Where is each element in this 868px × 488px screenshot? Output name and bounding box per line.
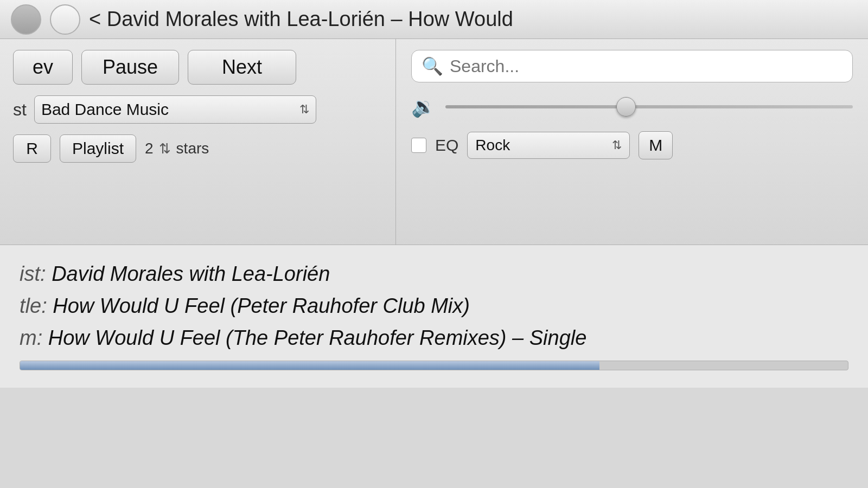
volume-thumb[interactable] (616, 97, 636, 117)
right-panel: 🔍 🔉 EQ Rock ⇅ M (396, 39, 868, 245)
artist-row: ist: David Morales with Lea-Lorién (20, 262, 848, 286)
album-row: m: How Would U Feel (The Peter Rauhofer … (20, 326, 848, 350)
transport-row: ev Pause Next (13, 50, 382, 85)
title-value: How Would U Feel (Peter Rauhofer Club Mi… (53, 294, 470, 317)
stars-label: stars (176, 140, 209, 157)
progress-bar-fill (20, 361, 599, 370)
search-icon: 🔍 (422, 56, 443, 76)
search-input[interactable] (450, 56, 843, 76)
stars-section: 2 ⇅ stars (145, 140, 209, 157)
eq-dropdown[interactable]: Rock ⇅ (467, 132, 630, 159)
playlist-dropdown-arrow: ⇅ (299, 102, 309, 117)
playlist-value: Bad Dance Music (41, 100, 169, 119)
title-label: tle: (20, 294, 47, 317)
eq-checkbox[interactable] (411, 138, 426, 153)
title-row: tle: How Would U Feel (Peter Rauhofer Cl… (20, 294, 848, 318)
next-button[interactable]: Next (188, 50, 296, 85)
volume-slider[interactable] (445, 105, 853, 108)
playlist-button[interactable]: Playlist (60, 134, 136, 163)
stars-stepper[interactable]: ⇅ (159, 140, 171, 157)
progress-bar-container[interactable] (20, 361, 848, 370)
playlist-field-label: st (13, 100, 27, 120)
eq-value: Rock (475, 137, 510, 154)
pause-button[interactable]: Pause (81, 50, 179, 85)
main-controls: ev Pause Next st Bad Dance Music ⇅ R Pla… (0, 39, 868, 245)
left-panel: ev Pause Next st Bad Dance Music ⇅ R Pla… (0, 39, 396, 245)
m-button[interactable]: M (639, 131, 673, 159)
search-box[interactable]: 🔍 (411, 50, 853, 82)
eq-dropdown-arrow: ⇅ (612, 138, 622, 152)
stars-value: 2 (145, 140, 154, 157)
window-control-close[interactable] (11, 4, 41, 35)
artist-value: David Morales with Lea-Lorién (52, 262, 330, 285)
volume-icon: 🔉 (411, 95, 436, 118)
window-control-minimize[interactable] (50, 4, 80, 35)
prev-button[interactable]: ev (13, 50, 73, 85)
info-panel: ist: David Morales with Lea-Lorién tle: … (0, 245, 868, 388)
bottom-row: R Playlist 2 ⇅ stars (13, 134, 382, 163)
eq-label: EQ (435, 136, 458, 155)
album-label: m: (20, 326, 42, 349)
r-button[interactable]: R (13, 134, 51, 163)
artist-label: ist: (20, 262, 46, 285)
volume-row: 🔉 (411, 95, 853, 118)
title-bar: < David Morales with Lea-Lorién – How Wo… (0, 0, 868, 39)
eq-row: EQ Rock ⇅ M (411, 131, 853, 159)
now-playing-title: < David Morales with Lea-Lorién – How Wo… (89, 8, 513, 31)
playlist-row: st Bad Dance Music ⇅ (13, 95, 382, 124)
album-value: How Would U Feel (The Peter Rauhofer Rem… (48, 326, 587, 349)
playlist-dropdown[interactable]: Bad Dance Music ⇅ (34, 95, 316, 124)
